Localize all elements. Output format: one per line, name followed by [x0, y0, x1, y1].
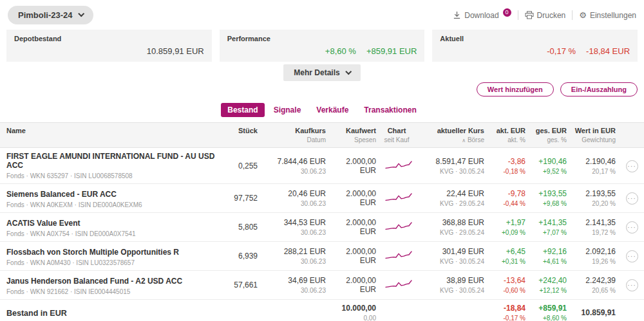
summary-cards: Depotbestand 10.859,91 EUR Performance +… — [0, 28, 644, 62]
download-button[interactable]: Download 0 — [453, 11, 511, 20]
purchase-value: 2.000,00 EUR — [330, 189, 376, 207]
sparkline-chart — [384, 192, 413, 204]
current-change-card: Aktuell -0,17 % -18,84 EUR — [432, 30, 638, 62]
fund-name-link[interactable]: FIRST EAGLE AMUNDI INTERNATIONAL FUND - … — [6, 152, 222, 170]
total-wert: 10.859,91 — [571, 308, 616, 317]
table-row: Siemens Balanced - EUR ACC Fonds · WKN A… — [0, 184, 644, 213]
settings-button[interactable]: ⚙ Einstellungen — [579, 11, 636, 20]
tab-bestand[interactable]: Bestand — [221, 103, 264, 117]
daily-change-eur: -3,86 — [488, 157, 526, 166]
portfolio-actions: Wert hinzufügen Ein-/Auszahlung — [0, 81, 644, 96]
row-menu-button[interactable]: ··· — [626, 279, 638, 291]
chevron-down-icon — [78, 10, 84, 17]
more-details-button[interactable]: Mehr Details — [283, 64, 360, 81]
settings-label: Einstellungen — [590, 11, 636, 20]
header-aktueller-kurs[interactable]: aktueller Kurs ∧ Börse — [417, 127, 488, 143]
total-holdings-label: Bestand in EUR — [6, 309, 67, 318]
table-header: Name Stück Kaufkurs Datum Kaufwert Spese… — [0, 122, 644, 148]
row-menu-button[interactable]: ··· — [626, 160, 638, 172]
fund-name-link[interactable]: Flossbach von Storch Multiple Opportunit… — [6, 248, 179, 257]
daily-change-pct: -0,44 % — [488, 200, 526, 207]
current-price: 368,88 EUR — [417, 218, 484, 227]
printer-icon — [525, 11, 534, 19]
current-price: 38,89 EUR — [417, 276, 484, 285]
tab-verkaeufe[interactable]: Verkäufe — [310, 103, 355, 117]
position-weight: 19,26 % — [571, 258, 616, 265]
card-label: Performance — [227, 35, 417, 42]
exchange-info: KVG · 30.05.24 — [417, 287, 484, 294]
portfolio-name: Pimboli-23-24 — [18, 10, 73, 20]
fund-details: Fonds · WKN A0X754 · ISIN DE000A0X7541 — [6, 230, 222, 237]
portfolio-selector[interactable]: Pimboli-23-24 — [8, 6, 93, 24]
table-row: Janus Henderson Balanced Fund - A2 USD A… — [0, 271, 644, 300]
more-details-row: Mehr Details — [0, 64, 644, 81]
current-value: -18,84 EUR — [586, 46, 630, 56]
fund-name-link[interactable]: Siemens Balanced - EUR ACC — [6, 190, 117, 199]
tab-signale[interactable]: Signale — [267, 103, 308, 117]
current-price: 22,44 EUR — [417, 189, 484, 198]
holdings-table: Name Stück Kaufkurs Datum Kaufwert Spese… — [0, 122, 644, 321]
fund-name-link[interactable]: Janus Henderson Balanced Fund - A2 USD A… — [6, 277, 182, 286]
daily-change-eur: +6,45 — [488, 247, 526, 256]
position-value: 2.193,55 — [571, 189, 616, 198]
daily-change-eur: -13,64 — [488, 276, 526, 285]
purchase-date: 30.06.23 — [261, 168, 326, 175]
total-ges-eur: +859,91 — [529, 304, 567, 313]
topbar: Pimboli-23-24 Download 0 Drucken ⚙ Einst… — [0, 0, 644, 28]
purchase-price: 7.844,46 EUR — [261, 157, 326, 166]
fund-details: Fonds · WKN 921662 · ISIN IE0004445015 — [6, 288, 222, 295]
download-label: Download — [464, 11, 498, 20]
total-change-eur: +193,55 — [529, 189, 567, 198]
divider — [572, 10, 573, 20]
current-price: 301,49 EUR — [417, 247, 484, 256]
table-row: ACATIS Value Event Fonds · WKN A0X754 · … — [0, 213, 644, 242]
daily-change-pct: +0,09 % — [488, 229, 526, 236]
performance-percent: +8,60 % — [325, 46, 356, 56]
total-akt-eur: -18,84 — [488, 304, 526, 313]
total-spesen: 0,00 — [330, 315, 376, 321]
print-button[interactable]: Drucken — [525, 11, 566, 20]
total-change-eur: +92,16 — [529, 247, 567, 256]
tab-transaktionen[interactable]: Transaktionen — [357, 103, 422, 117]
table-body: FIRST EAGLE AMUNDI INTERNATIONAL FUND - … — [0, 148, 644, 300]
payment-button[interactable]: Ein-/Auszahlung — [560, 82, 638, 96]
purchase-value: 2.000,00 EUR — [330, 247, 376, 265]
depot-balance-value: 10.859,91 EUR — [147, 46, 204, 56]
total-change-eur: +141,35 — [529, 218, 567, 227]
download-badge: 0 — [503, 8, 511, 17]
header-chart: Chart seit Kauf — [380, 127, 417, 143]
purchase-price: 20,46 EUR — [261, 189, 326, 198]
total-change-pct: +4,61 % — [529, 258, 567, 265]
sort-caret-icon: ∧ — [462, 138, 466, 143]
add-value-button[interactable]: Wert hinzufügen — [477, 82, 554, 96]
sparkline-chart — [384, 279, 413, 291]
header-name: Name — [0, 127, 225, 134]
row-menu-button[interactable]: ··· — [626, 221, 638, 234]
total-change-pct: +9,68 % — [529, 200, 567, 207]
position-value: 2.141,35 — [571, 218, 616, 227]
purchase-value: 2.000,00 EUR — [330, 218, 376, 236]
total-akt-pct: -0,17 % — [488, 315, 526, 321]
fund-details: Fonds · WKN A0M430 · ISIN LU0323578657 — [6, 259, 222, 266]
card-label: Depotbestand — [14, 35, 204, 42]
purchase-value: 2.000,00 EUR — [330, 276, 376, 294]
row-menu-button[interactable]: ··· — [626, 192, 638, 205]
position-weight: 20,17 % — [571, 168, 616, 175]
header-kaufkurs: Kaufkurs Datum — [261, 127, 330, 143]
download-icon — [453, 11, 461, 19]
purchase-price: 288,21 EUR — [261, 247, 326, 256]
total-kaufwert: 10.000,00 — [330, 304, 376, 313]
purchase-date: 30.06.23 — [261, 287, 326, 294]
sparkline-chart — [384, 221, 413, 233]
position-weight: 20,20 % — [571, 200, 616, 207]
table-row: Flossbach von Storch Multiple Opportunit… — [0, 242, 644, 271]
exchange-info: KVG · 30.05.24 — [417, 168, 484, 175]
fund-name-link[interactable]: ACATIS Value Event — [6, 219, 80, 228]
daily-change-pct: -0,60 % — [488, 287, 526, 294]
purchase-value: 2.000,00 EUR — [330, 157, 376, 175]
performance-card: Performance +8,60 % +859,91 EUR — [220, 30, 425, 62]
total-holdings-row: Bestand in EUR 10.000,00 0,00 -18,84 -0,… — [0, 300, 644, 321]
current-price: 8.591,47 EUR — [417, 157, 484, 166]
row-menu-button[interactable]: ··· — [626, 250, 638, 262]
position-value: 2.092,16 — [571, 247, 616, 256]
